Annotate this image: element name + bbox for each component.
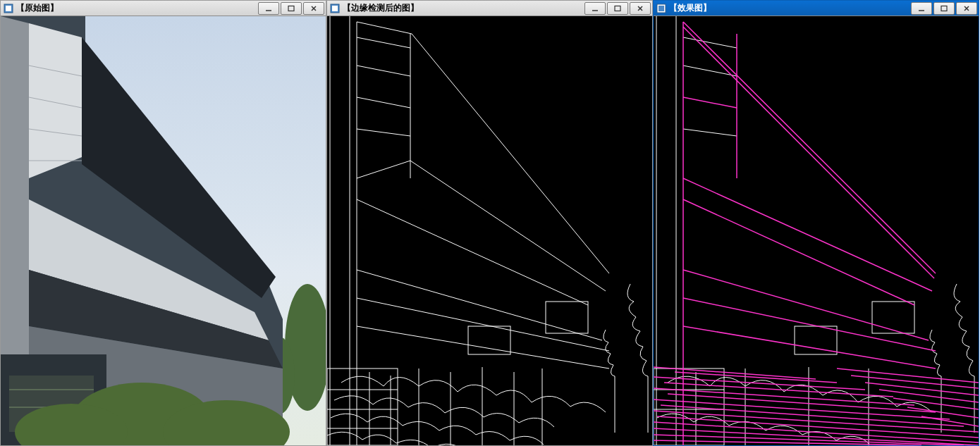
window-original: 【原始图】 bbox=[0, 0, 326, 446]
edge-svg bbox=[327, 16, 652, 445]
svg-line-85 bbox=[654, 422, 979, 442]
window-edges: 【边缘检测后的图】 bbox=[326, 0, 653, 446]
titlebar-result[interactable]: 【效果图】 bbox=[654, 1, 979, 16]
svg-line-71 bbox=[683, 326, 936, 368]
minimize-button[interactable] bbox=[258, 2, 279, 15]
svg-rect-51 bbox=[941, 6, 947, 11]
titlebar-original[interactable]: 【原始图】 bbox=[1, 1, 326, 16]
close-button[interactable] bbox=[956, 2, 977, 15]
svg-rect-3 bbox=[288, 6, 294, 11]
svg-rect-36 bbox=[468, 326, 510, 354]
svg-line-74 bbox=[683, 97, 737, 108]
svg-rect-35 bbox=[546, 302, 588, 333]
svg-rect-56 bbox=[872, 302, 914, 333]
app-icon bbox=[330, 4, 340, 13]
svg-rect-27 bbox=[615, 6, 620, 11]
maximize-button[interactable] bbox=[933, 2, 955, 15]
window-controls bbox=[584, 2, 651, 15]
svg-line-34 bbox=[357, 129, 410, 136]
titlebar-edges[interactable]: 【边缘检测后的图】 bbox=[327, 1, 652, 16]
svg-line-66 bbox=[683, 27, 934, 278]
svg-line-91 bbox=[865, 383, 979, 395]
svg-line-32 bbox=[357, 66, 410, 76]
svg-line-82 bbox=[661, 405, 964, 426]
original-image-content bbox=[1, 16, 326, 445]
result-svg bbox=[654, 16, 979, 445]
svg-line-55 bbox=[683, 129, 737, 136]
svg-rect-25 bbox=[332, 6, 338, 11]
window-result: 【效果图】 bbox=[653, 0, 979, 446]
svg-line-90 bbox=[851, 376, 979, 388]
maximize-button[interactable] bbox=[607, 2, 628, 15]
original-photo-svg bbox=[1, 16, 326, 445]
window-title: 【效果图】 bbox=[669, 2, 911, 14]
window-controls bbox=[258, 2, 324, 15]
maximize-button[interactable] bbox=[281, 2, 302, 15]
svg-line-92 bbox=[879, 390, 979, 402]
result-image-content bbox=[654, 16, 979, 445]
svg-line-77 bbox=[654, 377, 865, 390]
close-button[interactable] bbox=[630, 2, 651, 15]
window-controls bbox=[911, 2, 977, 15]
svg-line-84 bbox=[657, 416, 979, 438]
svg-line-69 bbox=[683, 270, 929, 340]
window-title: 【边缘检测后的图】 bbox=[343, 2, 584, 14]
svg-line-33 bbox=[357, 97, 410, 108]
svg-line-94 bbox=[907, 407, 979, 418]
edge-image-content bbox=[327, 16, 652, 445]
svg-line-93 bbox=[893, 398, 979, 409]
svg-marker-7 bbox=[29, 23, 82, 178]
svg-rect-1 bbox=[6, 6, 11, 11]
svg-line-68 bbox=[683, 199, 914, 305]
minimize-button[interactable] bbox=[584, 2, 606, 15]
svg-rect-57 bbox=[795, 326, 837, 354]
svg-rect-44 bbox=[327, 368, 398, 445]
close-button[interactable] bbox=[303, 2, 324, 15]
svg-rect-49 bbox=[659, 6, 664, 11]
svg-line-89 bbox=[837, 368, 979, 383]
window-title: 【原始图】 bbox=[16, 2, 258, 14]
minimize-button[interactable] bbox=[911, 2, 932, 15]
app-icon bbox=[656, 4, 666, 13]
app-icon bbox=[4, 4, 13, 13]
svg-line-83 bbox=[654, 411, 979, 432]
svg-line-67 bbox=[683, 178, 932, 291]
